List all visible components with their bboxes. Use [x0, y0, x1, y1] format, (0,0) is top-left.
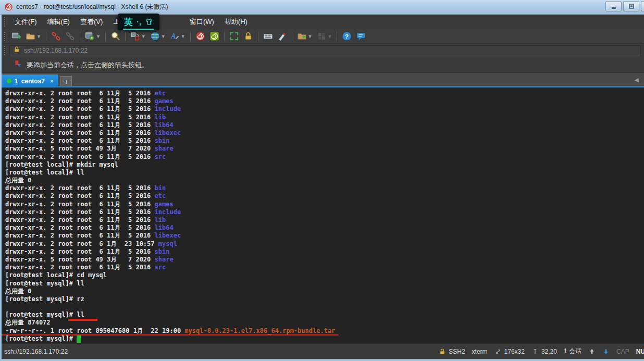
- arrow-up-icon[interactable]: [588, 348, 596, 355]
- menu-bar: 文件(F)编辑(E)查看(V)工具(T)窗口(W)帮助(H): [0, 15, 644, 29]
- terminal-line: drwxr-xr-x. 5 root root 49 3月 7 2020 sha…: [5, 256, 644, 264]
- status-ssh2: SSH2: [439, 348, 465, 355]
- resize-icon: [494, 348, 502, 355]
- dropdown-caret-icon[interactable]: ▼: [161, 34, 166, 39]
- open-url-button[interactable]: ▼: [148, 30, 167, 43]
- status-arrow-up-icon[interactable]: [588, 348, 596, 355]
- menu-item-窗口[interactable]: 窗口(W): [184, 15, 219, 29]
- find-button[interactable]: [109, 30, 122, 43]
- toolbar-separator: [46, 32, 46, 41]
- globe-icon: [150, 31, 160, 41]
- session-properties-button[interactable]: ▼: [83, 30, 102, 43]
- status-xterm: xterm: [472, 348, 488, 355]
- address-field[interactable]: ssh://192.168.1.170:22: [9, 45, 641, 56]
- add-session-flag-icon[interactable]: [14, 59, 22, 70]
- terminal-line: [root@test local]# cd mysql: [5, 271, 644, 279]
- session-url: ssh://192.168.1.170:22: [24, 47, 88, 54]
- terminal-line: drwxr-xr-x. 2 root root 6 11月 5 2016 inc…: [5, 208, 644, 216]
- tab-bar: 1 centos7 × + ◀: [0, 73, 644, 88]
- chain-icon: [65, 31, 75, 41]
- notice-text: 要添加当前会话，点击左侧的箭头按钮。: [27, 60, 148, 70]
- status-right-group: SSH2xterm176x3232,201 会话CAPNUM: [439, 344, 644, 359]
- lock-screen-button[interactable]: [242, 30, 255, 43]
- xshell-button[interactable]: [194, 30, 207, 43]
- terminal-screen[interactable]: drwxr-xr-x. 2 root root 6 11月 5 2016 etc…: [0, 88, 644, 343]
- highlight-button[interactable]: [276, 30, 289, 43]
- grid-icon: [317, 31, 327, 41]
- dropdown-caret-icon[interactable]: ▼: [141, 34, 146, 39]
- disconnect-button[interactable]: [49, 30, 63, 43]
- ime-language-indicator[interactable]: 英: [124, 18, 133, 27]
- menu-item-查看[interactable]: 查看(V): [75, 15, 108, 29]
- fullscreen-button[interactable]: [228, 30, 241, 43]
- minimize-button[interactable]: [605, 1, 622, 11]
- terminal-line: drwxr-xr-x. 2 root root 6 11月 5 2016 lib: [5, 216, 644, 224]
- font-button[interactable]: A▼: [168, 30, 187, 43]
- red-underline-file: [1, 334, 339, 335]
- tab-centos7[interactable]: 1 centos7 ×: [2, 74, 58, 88]
- ime-punctuation-indicator[interactable]: ·,: [137, 18, 141, 26]
- dropdown-caret-icon[interactable]: ▼: [181, 34, 185, 39]
- open-session-button[interactable]: ▼: [24, 30, 43, 43]
- new-tab-button[interactable]: +: [60, 76, 72, 87]
- terminal-line: drwxr-xr-x. 2 root root 6 11月 5 2016 etc: [5, 90, 644, 97]
- red-underline-ll: [68, 319, 97, 321]
- dropdown-caret-icon[interactable]: ▼: [328, 34, 332, 39]
- tshirt-icon[interactable]: [145, 18, 153, 26]
- terminal-line: drwxr-xr-x. 2 root root 6 11月 5 2016 etc: [5, 192, 644, 200]
- new-session-button[interactable]: [10, 30, 23, 43]
- menu-item-编辑[interactable]: 编辑(E): [42, 15, 75, 29]
- lock-icon: [243, 31, 253, 41]
- xftp-icon: [209, 31, 219, 41]
- toolbar-separator: [125, 32, 126, 41]
- status-arrow-down-icon[interactable]: [602, 348, 610, 355]
- terminal-line: [root@test mysql]#: [5, 335, 644, 343]
- tab-close-icon[interactable]: ×: [50, 78, 54, 85]
- status-32-20: 32,20: [531, 348, 557, 355]
- dropdown-caret-icon[interactable]: ▼: [96, 34, 101, 39]
- arrow-down-icon[interactable]: [602, 348, 610, 355]
- xftp-button[interactable]: [208, 30, 221, 43]
- menu-item-文件[interactable]: 文件(F): [9, 15, 42, 29]
- virtual-keyboard-button[interactable]: [262, 30, 275, 43]
- status-bar: ssh://192.168.1.170:22 SSH2xterm176x3232…: [0, 343, 644, 359]
- toolbar: ▼▼▼▼A▼▼▼?: [0, 29, 644, 44]
- ime-status-widget[interactable]: 英 ·,: [118, 14, 159, 30]
- xshell-icon: [195, 31, 205, 41]
- title-bar: centos7 - root@test:/usr/local/mysql - X…: [0, 0, 644, 15]
- status-num: NUM: [636, 348, 644, 355]
- terminal-line: drwxr-xr-x. 2 root root 6 11月 5 2016 lib…: [5, 129, 644, 137]
- tab-label: centos7: [21, 78, 45, 85]
- tab-arrange-button[interactable]: ▼: [129, 30, 147, 43]
- new-file-transfer-button[interactable]: ▼: [295, 30, 314, 43]
- terminal-line: drwxr-xr-x. 2 root root 6 11月 5 2016 inc…: [5, 105, 644, 113]
- keyboard-icon: [263, 31, 273, 41]
- terminal-line: [root@test local]# mkdir mysql: [5, 161, 644, 169]
- folder-plus-icon: [297, 31, 307, 41]
- toolbar-grip: [4, 32, 5, 41]
- toolbar-separator: [224, 32, 225, 41]
- terminal-line: 总用量 0: [5, 288, 644, 295]
- close-button[interactable]: [641, 1, 644, 11]
- feedback-button[interactable]: [354, 30, 367, 43]
- toolbar-separator: [337, 32, 337, 41]
- feedback-icon: [356, 31, 366, 41]
- toolbar-separator: [80, 32, 80, 41]
- tab-scroll-left-icon[interactable]: ◀: [635, 77, 639, 83]
- terminal-line: 总用量 0: [5, 177, 644, 184]
- menu-item-帮助[interactable]: 帮助(H): [219, 15, 253, 29]
- terminal-line: drwxr-xr-x. 2 root root 6 11月 5 2016 sbi…: [5, 248, 644, 256]
- tab-index: 1: [15, 78, 18, 85]
- terminal-line: [root@test local]# ll: [5, 169, 644, 177]
- dropdown-caret-icon[interactable]: ▼: [36, 34, 41, 39]
- terminal-line: [root@test mysql]# ll: [5, 311, 644, 319]
- terminal-line: -rw-r--r--. 1 root root 895047680 1月 22 …: [5, 327, 644, 335]
- terminal-line: [5, 303, 644, 311]
- terminal-line: drwxr-xr-x. 2 root root 6 11月 5 2016 lib…: [5, 232, 644, 240]
- connected-indicator-icon: [7, 79, 11, 83]
- terminal-line: [root@test mysql]# rz: [5, 295, 644, 303]
- dropdown-caret-icon[interactable]: ▼: [308, 34, 313, 39]
- restore-button[interactable]: [623, 1, 639, 11]
- help-button[interactable]: ?: [340, 30, 353, 43]
- ssl-lock-icon: [13, 46, 20, 55]
